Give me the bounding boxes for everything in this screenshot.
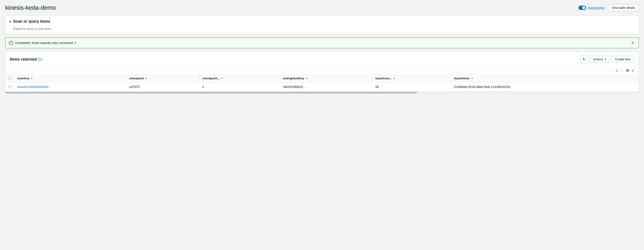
col-header-leaseCount: leaseCoun... ▼ — [372, 74, 451, 83]
page-title: kinesis-keda-demo — [5, 4, 56, 11]
next-page-button[interactable]: › — [620, 68, 624, 73]
cell-leaseCount: 58 — [372, 82, 451, 91]
row-checkbox-cell — [6, 82, 14, 91]
scroll-thumb — [6, 92, 417, 93]
table-row: shardId-000000000000 LATEST 0 3402823669… — [6, 82, 638, 91]
scan-panel-header[interactable]: ▶ Scan or query items — [6, 16, 638, 27]
cell-leaseOwner: 5149ebeb-922d-4bb8-9eaf-113c89c822b3 — [451, 82, 638, 91]
page-number: 1 — [616, 69, 618, 72]
create-item-button[interactable]: Create item — [612, 56, 634, 63]
items-title-group: Items returned (1) — [10, 57, 42, 62]
success-icon — [9, 41, 13, 45]
expand-arrow-icon: ▶ — [10, 20, 12, 23]
select-all-checkbox[interactable] — [8, 76, 11, 79]
autopreview-control: Autopreview — [578, 5, 604, 10]
close-banner-button[interactable]: ✕ — [630, 41, 635, 45]
horizontal-scrollbar[interactable] — [6, 91, 638, 94]
actions-label: Actions — [593, 57, 603, 61]
pagination-row: ‹ 1 › ⚙ ⤢ — [6, 67, 638, 74]
toolbar-right: ↻ Actions ▼ Create item — [580, 55, 634, 63]
col-header-leaseOwner: leaseOwner ▼ — [451, 74, 638, 83]
scan-panel-title: Scan or query items — [13, 19, 50, 24]
sort-icon-leaseOwner[interactable]: ▼ — [471, 77, 473, 79]
actions-chevron-icon: ▼ — [604, 58, 606, 60]
success-banner-left: Completed. Read capacity units consumed:… — [9, 41, 76, 45]
view-table-details-button[interactable]: View table details — [608, 4, 639, 11]
gear-icon: ⚙ — [626, 68, 629, 73]
success-banner: Completed. Read capacity units consumed:… — [5, 37, 639, 48]
sort-icon-endingHashKey[interactable]: ▼ — [306, 77, 308, 79]
select-all-header — [6, 74, 14, 83]
scan-query-panel: ▶ Scan or query items Expand to query or… — [5, 15, 639, 34]
actions-button[interactable]: Actions ▼ — [590, 56, 610, 63]
items-returned-title: Items returned — [10, 57, 37, 61]
cell-checkpoint-ellipsis: 0 — [199, 82, 280, 91]
refresh-icon: ↻ — [583, 57, 586, 61]
col-header-leaseKey: leaseKey ▼ — [14, 74, 126, 83]
success-message: Completed. Read capacity units consumed:… — [15, 41, 76, 45]
cell-endingHashKey: 340282366920... — [280, 82, 372, 91]
items-table: leaseKey ▼ checkpoint ▼ — [6, 74, 638, 91]
column-preferences-button[interactable]: ⚙ — [626, 68, 629, 73]
expand-table-button[interactable]: ⤢ — [632, 68, 634, 73]
col-header-endingHashKey: endingHashKey ▼ — [280, 74, 372, 83]
col-label-endingHashKey: endingHashKey — [283, 77, 304, 80]
header-row: kinesis-keda-demo Autopreview View table… — [5, 4, 639, 11]
cell-checkpoint: LATEST — [126, 82, 199, 91]
col-label-checkpoint: checkpoint — [129, 77, 144, 80]
expand-icon: ⤢ — [632, 69, 634, 72]
row-checkbox[interactable] — [8, 85, 11, 88]
autopreview-toggle[interactable] — [578, 5, 586, 10]
items-panel: Items returned (1) ↻ Actions ▼ Create it… — [5, 52, 639, 94]
sort-icon-leaseCount[interactable]: ▼ — [393, 77, 395, 79]
sort-icon-checkpoint-ellipsis[interactable]: ▼ — [221, 77, 223, 79]
page-container: kinesis-keda-demo Autopreview View table… — [0, 0, 644, 250]
col-label-leaseKey: leaseKey — [17, 77, 29, 80]
prev-page-button[interactable]: ‹ — [610, 68, 614, 73]
col-label-checkpoint-ellipsis: checkpoint... — [202, 77, 220, 80]
col-label-leaseOwner: leaseOwner — [454, 77, 470, 80]
scan-panel-subtitle: Expand to query or scan items. — [6, 27, 638, 34]
cell-leaseKey[interactable]: shardId-000000000000 — [14, 82, 126, 91]
col-label-leaseCount: leaseCoun... — [376, 77, 392, 80]
col-header-checkpoint: checkpoint ▼ — [126, 74, 199, 83]
table-scroll-area[interactable]: leaseKey ▼ checkpoint ▼ — [6, 74, 638, 91]
sort-icon-checkpoint[interactable]: ▼ — [145, 77, 147, 79]
sort-icon-leaseKey[interactable]: ▼ — [31, 77, 33, 79]
autopreview-label[interactable]: Autopreview — [588, 6, 604, 9]
items-count: (1) — [38, 57, 42, 61]
header-controls: Autopreview View table details — [578, 4, 639, 11]
col-header-checkpoint-ellipsis: checkpoint... ▼ — [199, 74, 280, 83]
items-panel-header: Items returned (1) ↻ Actions ▼ Create it… — [6, 52, 638, 67]
refresh-button[interactable]: ↻ — [580, 55, 588, 63]
